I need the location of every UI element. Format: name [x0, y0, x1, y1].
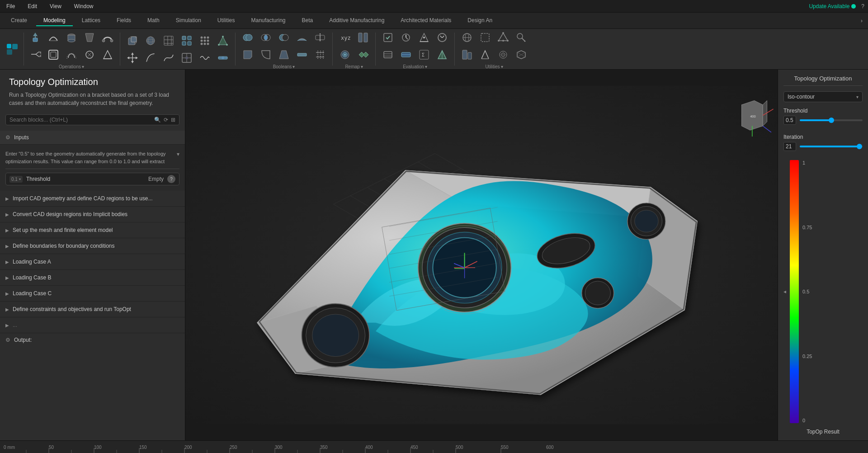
toolbar-chamfer-icon[interactable]: [239, 46, 256, 63]
collapsible-mesh-setup[interactable]: ▶ Set up the mesh and finite element mod…: [0, 222, 185, 238]
search-input[interactable]: [9, 117, 151, 123]
collapsible-convert-cad[interactable]: ▶ Convert CAD design regions into Implic…: [0, 207, 185, 222]
refresh-icon[interactable]: ⟳: [164, 117, 168, 123]
toolbar-intersect-icon[interactable]: [257, 29, 274, 46]
operations-label[interactable]: Operations ▾: [59, 63, 84, 69]
collapsible-send-topopt[interactable]: ▶ ...: [0, 317, 185, 333]
tab-modeling[interactable]: Modeling: [36, 15, 73, 26]
collapsible-boundaries[interactable]: ▶ Define boundaries for boundary conditi…: [0, 238, 185, 254]
toolbar-union-icon[interactable]: [239, 29, 256, 46]
remap-label[interactable]: Remap ▾: [345, 63, 363, 69]
viewport[interactable]: 400: [185, 70, 778, 440]
toolbar-points-icon[interactable]: [196, 32, 213, 49]
toolbar-revolve-icon[interactable]: [63, 29, 80, 46]
toolbar-extrude-icon[interactable]: [27, 29, 44, 46]
toolbar-morph-icon[interactable]: [99, 46, 116, 63]
tab-overflow-arrow[interactable]: ›: [859, 18, 864, 24]
update-available-banner[interactable]: Update Available ?: [809, 3, 864, 9]
evaluation-label[interactable]: Evaluation ▾: [403, 63, 427, 69]
toolbar-eval5-icon[interactable]: [379, 46, 396, 63]
collapsible-loading-a[interactable]: ▶ Loading Case A: [0, 254, 185, 270]
tab-lattices[interactable]: Lattices: [75, 15, 108, 26]
menu-edit[interactable]: Edit: [25, 2, 40, 10]
collapsible-loading-b[interactable]: ▶ Loading Case B: [0, 270, 185, 286]
menu-file[interactable]: File: [4, 2, 18, 10]
threshold-slider[interactable]: [800, 119, 863, 121]
toolbar-spline-icon[interactable]: [160, 49, 177, 66]
toolbar-grid-icon[interactable]: [160, 32, 177, 49]
toolbar-sphere-icon[interactable]: [142, 32, 159, 49]
colorscale-arrow-icon[interactable]: ◂: [783, 288, 786, 295]
toolbar-field-icon[interactable]: [214, 49, 231, 66]
toolbar-remap2-icon[interactable]: [354, 29, 372, 46]
iteration-slider[interactable]: [800, 146, 863, 147]
menu-window[interactable]: Window: [71, 2, 96, 10]
help-icon[interactable]: ?: [861, 3, 864, 9]
toolbar-blend2-icon[interactable]: [293, 29, 311, 46]
toolbar-stitch-icon[interactable]: [311, 46, 329, 63]
toolbar-fillet-icon[interactable]: [257, 46, 274, 63]
tab-math[interactable]: Math: [140, 15, 167, 26]
toolbar-eval1-icon[interactable]: [379, 29, 396, 46]
toolbar-box-icon[interactable]: [124, 32, 141, 49]
toolbar-mesh-icon[interactable]: [178, 49, 195, 66]
toolbar-noise-icon[interactable]: [196, 49, 213, 66]
toolbar-topology-icon[interactable]: [214, 32, 231, 49]
toolbar-remap3-icon[interactable]: [336, 46, 354, 63]
tab-manufacturing[interactable]: Manufacturing: [244, 15, 293, 26]
toolbar-subtract-icon[interactable]: [275, 29, 292, 46]
toolbar-util6-icon[interactable]: [476, 46, 494, 63]
toolbar-util2-icon[interactable]: [476, 29, 494, 46]
toolbar-util3-icon[interactable]: [495, 29, 512, 46]
expand-desc-button[interactable]: ▾: [177, 150, 179, 158]
toolbar-eval7-icon[interactable]: Σ: [415, 46, 433, 63]
collapsible-import-cad[interactable]: ▶ Import CAD geometry and define CAD reg…: [0, 191, 185, 207]
toolbar-warp-icon[interactable]: [142, 49, 159, 66]
toolbar-logo-icon[interactable]: [4, 41, 21, 58]
search-icon[interactable]: 🔍: [154, 117, 161, 123]
toolbar-split-icon[interactable]: [311, 29, 329, 46]
menu-view[interactable]: View: [47, 2, 64, 10]
collapsible-constraints[interactable]: ▶ Define constraints and objectives and …: [0, 302, 185, 317]
tab-design-an[interactable]: Design An: [460, 15, 500, 26]
colorscale-container: ◂ 1 0.75 0.5 0.25 0: [783, 160, 863, 423]
toolbar-offset-icon[interactable]: [63, 46, 80, 63]
toolbar-eval4-icon[interactable]: [434, 29, 451, 46]
toolbar-sweep-icon[interactable]: [99, 29, 116, 46]
tab-simulation[interactable]: Simulation: [169, 15, 208, 26]
toolbar-transform-icon[interactable]: [124, 49, 141, 66]
threshold-help-button[interactable]: ?: [167, 175, 175, 183]
toolbar-eval6-icon[interactable]: [397, 46, 415, 63]
toolbar-util4-icon[interactable]: [513, 29, 530, 46]
toolbar-shell-icon[interactable]: [45, 46, 62, 63]
add-block-icon[interactable]: ⊞: [171, 117, 175, 123]
tab-create[interactable]: Create: [4, 15, 34, 26]
utilities-toolbar-label[interactable]: Utilities ▾: [485, 63, 503, 69]
tab-utilities[interactable]: Utilities: [210, 15, 242, 26]
toolbar-blend-icon[interactable]: [81, 46, 98, 63]
toolbar-pattern-icon[interactable]: [178, 32, 195, 49]
toolbar-eval2-icon[interactable]: [397, 29, 415, 46]
toolbar-draft-icon[interactable]: [275, 46, 292, 63]
iso-contour-dropdown[interactable]: Iso-contour ▾: [783, 91, 863, 102]
toolbar-eval8-icon[interactable]: [434, 46, 451, 63]
tab-fields[interactable]: Fields: [109, 15, 138, 26]
toolbar-remap1-icon[interactable]: xyz: [336, 29, 354, 46]
right-panel: Topology Optimization Iso-contour ▾ Thre…: [778, 70, 868, 440]
toolbar-curve-icon[interactable]: [45, 29, 62, 46]
tab-beta[interactable]: Beta: [295, 15, 321, 26]
toolbar-eval3-icon[interactable]: [415, 29, 433, 46]
tab-additive[interactable]: Additive Manufacturing: [322, 15, 392, 26]
booleans-label[interactable]: Booleans ▾: [273, 63, 295, 69]
toolbar-util8-icon[interactable]: [513, 46, 530, 63]
toolbar-thin-icon[interactable]: [293, 46, 311, 63]
toolbar-util1-icon[interactable]: [458, 29, 476, 46]
toolbar-remap4-icon[interactable]: [354, 46, 372, 63]
inputs-section-header[interactable]: ⚙ Inputs: [0, 131, 185, 145]
toolbar-loft-icon[interactable]: [27, 46, 44, 63]
toolbar-util7-icon[interactable]: [495, 46, 512, 63]
toolbar-taper-icon[interactable]: [81, 29, 98, 46]
collapsible-loading-c[interactable]: ▶ Loading Case C: [0, 286, 185, 302]
tab-architected[interactable]: Architected Materials: [393, 15, 458, 26]
toolbar-util5-icon[interactable]: [458, 46, 476, 63]
